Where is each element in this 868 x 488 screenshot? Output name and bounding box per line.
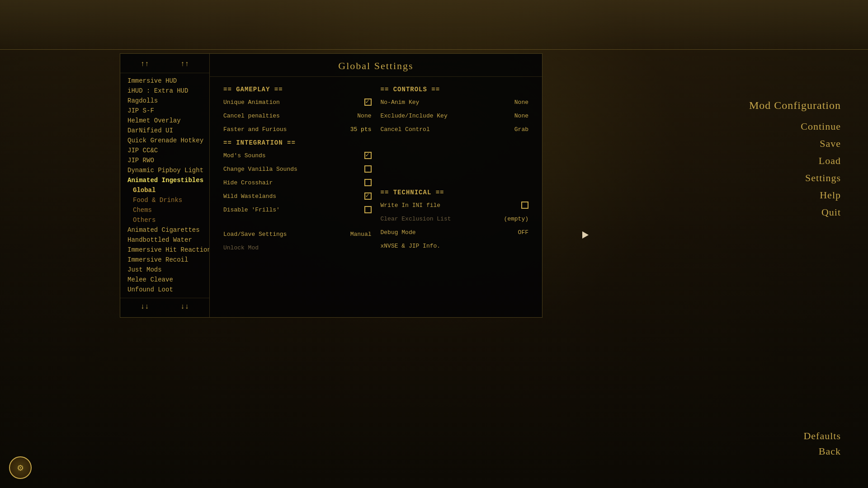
load-save-row: Load/Save Settings Manual: [223, 229, 372, 239]
sidebar-item-dynamic-pipboy[interactable]: Dynamic Pipboy Light: [120, 165, 209, 175]
main-panel: ↑↑ ↑↑ Immersive HUD iHUD : Extra HUD Rag…: [120, 53, 542, 318]
sidebar-item-unfound-loot[interactable]: Unfound Loot: [120, 285, 209, 295]
debug-mode-label: Debug Mode: [381, 229, 502, 236]
defaults-button[interactable]: Defaults: [803, 430, 841, 442]
no-anim-key-value[interactable]: None: [506, 99, 528, 106]
cancel-penalties-row: Cancel penalties None: [223, 110, 372, 121]
back-button[interactable]: Back: [803, 446, 841, 457]
sidebar-item-just-mods[interactable]: Just Mods: [120, 265, 209, 275]
integration-header: == INTEGRATION ==: [223, 139, 372, 146]
mods-sounds-checkbox[interactable]: [364, 152, 372, 159]
sidebar-item-others[interactable]: Others: [120, 215, 209, 225]
sidebar-nav-bottom: ↓↓ ↓↓: [120, 298, 209, 314]
right-menu: Mod Configuration Continue Save Load Set…: [749, 99, 841, 224]
sidebar-item-darnified-ui[interactable]: DarNified UI: [120, 126, 209, 136]
sidebar-item-quick-grenade[interactable]: Quick Grenade Hotkey: [120, 136, 209, 145]
pipboy-logo: ⚙: [9, 456, 32, 479]
sidebar-item-helmet-overlay[interactable]: Helmet Overlay: [120, 116, 209, 126]
load-save-value[interactable]: Manual: [349, 231, 372, 238]
load-button[interactable]: Load: [749, 155, 841, 167]
hide-crosshair-row: Hide Crosshair: [223, 177, 372, 188]
faster-furious-value[interactable]: 35 pts: [349, 126, 372, 133]
sidebar-item-handbottled-water[interactable]: Handbottled Water: [120, 235, 209, 245]
continue-button[interactable]: Continue: [749, 121, 841, 132]
no-anim-key-label: No-Anim Key: [381, 99, 502, 106]
scroll-up-right-arrow[interactable]: ↑↑: [180, 60, 189, 68]
wild-wastelands-row: Wild Wastelands: [223, 191, 372, 202]
sidebar-item-immersive-hit[interactable]: Immersive Hit Reactions: [120, 245, 209, 255]
write-ini-row: Write In INI file: [381, 200, 529, 211]
sidebar-item-animated-cigarettes[interactable]: Animated Cigarettes: [120, 225, 209, 235]
sidebar-item-jip-sf[interactable]: JIP S-F: [120, 106, 209, 116]
clear-exclusion-row: Clear Exclusion List (empty): [381, 213, 529, 224]
sidebar-item-ihud-extra[interactable]: iHUD : Extra HUD: [120, 86, 209, 96]
change-vanilla-label: Change Vanilla Sounds: [223, 166, 360, 173]
sidebar-item-food-drinks[interactable]: Food & Drinks: [120, 195, 209, 205]
no-anim-key-row: No-Anim Key None: [381, 97, 529, 108]
cancel-control-value[interactable]: Grab: [506, 126, 528, 133]
scroll-up-left-arrow[interactable]: ↑↑: [141, 60, 149, 68]
change-vanilla-checkbox[interactable]: [364, 165, 372, 173]
sidebar-item-chems[interactable]: Chems: [120, 205, 209, 215]
hide-crosshair-checkbox[interactable]: [364, 179, 372, 186]
disable-frills-row: Disable 'Frills': [223, 204, 372, 215]
sidebar-item-melee-cleave[interactable]: Melee Cleave: [120, 275, 209, 285]
bottom-right-menu: Defaults Back: [803, 430, 841, 461]
debug-mode-value[interactable]: OFF: [506, 229, 528, 236]
write-ini-label: Write In INI file: [381, 202, 517, 209]
cancel-control-row: Cancel Control Grab: [381, 124, 529, 135]
sidebar-item-jip-rwo[interactable]: JIP RWO: [120, 155, 209, 165]
content-area: Global Settings == GAMEPLAY == Unique An…: [210, 54, 542, 317]
clear-exclusion-value: (empty): [504, 216, 528, 222]
faster-furious-row: Faster and Furious 35 pts: [223, 124, 372, 135]
unique-animation-row: Unique Animation: [223, 97, 372, 108]
gameplay-header: == GAMEPLAY ==: [223, 86, 372, 93]
sidebar-nav-top: ↑↑ ↑↑: [120, 57, 209, 73]
clear-exclusion-label: Clear Exclusion List: [381, 216, 500, 222]
quit-button[interactable]: Quit: [749, 206, 841, 218]
cancel-penalties-label: Cancel penalties: [223, 113, 344, 119]
sidebar-item-global[interactable]: Global: [120, 185, 209, 195]
sidebar-item-immersive-hud[interactable]: Immersive HUD: [120, 76, 209, 86]
debug-mode-row: Debug Mode OFF: [381, 227, 529, 238]
mods-sounds-label: Mod's Sounds: [223, 152, 360, 159]
settings-button[interactable]: Settings: [749, 172, 841, 184]
sidebar: ↑↑ ↑↑ Immersive HUD iHUD : Extra HUD Rag…: [120, 54, 210, 317]
load-save-label: Load/Save Settings: [223, 231, 344, 238]
write-ini-checkbox[interactable]: [521, 202, 528, 209]
content-body: == GAMEPLAY == Unique Animation Cancel p…: [210, 77, 542, 317]
sidebar-item-animated-ingestibles[interactable]: Animated Ingestibles: [120, 175, 209, 185]
mods-sounds-row: Mod's Sounds: [223, 150, 372, 161]
change-vanilla-row: Change Vanilla Sounds: [223, 164, 372, 174]
cancel-control-label: Cancel Control: [381, 126, 502, 133]
wild-wastelands-label: Wild Wastelands: [223, 193, 360, 200]
unlock-mod-row: Unlock Mod: [223, 242, 372, 253]
sidebar-item-jip-ccc[interactable]: JIP CC&C: [120, 145, 209, 155]
unlock-mod-label: Unlock Mod: [223, 244, 372, 251]
sidebar-item-ragdolls[interactable]: Ragdolls: [120, 96, 209, 106]
hide-crosshair-label: Hide Crosshair: [223, 179, 360, 186]
scroll-down-left-arrow[interactable]: ↓↓: [141, 303, 149, 311]
unique-animation-checkbox[interactable]: [364, 99, 372, 106]
exclude-include-key-label: Exclude/Include Key: [381, 113, 502, 119]
faster-furious-label: Faster and Furious: [223, 126, 344, 133]
technical-header: == TECHNICAL ==: [381, 189, 529, 196]
disable-frills-checkbox[interactable]: [364, 206, 372, 213]
xnvse-jip-row: xNVSE & JIP Info.: [381, 240, 529, 251]
left-column: == GAMEPLAY == Unique Animation Cancel p…: [219, 81, 376, 313]
controls-header: == CONTROLS ==: [381, 86, 529, 93]
exclude-include-key-row: Exclude/Include Key None: [381, 110, 529, 121]
top-bar: [0, 0, 868, 50]
unique-animation-label: Unique Animation: [223, 99, 360, 106]
scroll-down-right-arrow[interactable]: ↓↓: [180, 303, 189, 311]
right-column: == CONTROLS == No-Anim Key None Exclude/…: [376, 81, 533, 313]
mod-configuration-title: Mod Configuration: [749, 99, 841, 112]
xnvse-jip-label[interactable]: xNVSE & JIP Info.: [381, 243, 529, 249]
cancel-penalties-value[interactable]: None: [349, 113, 372, 119]
save-button[interactable]: Save: [749, 138, 841, 150]
help-button[interactable]: Help: [749, 189, 841, 201]
sidebar-item-immersive-recoil[interactable]: Immersive Recoil: [120, 255, 209, 265]
wild-wastelands-checkbox[interactable]: [364, 192, 372, 200]
exclude-include-key-value[interactable]: None: [506, 113, 528, 119]
page-title: Global Settings: [210, 54, 542, 77]
